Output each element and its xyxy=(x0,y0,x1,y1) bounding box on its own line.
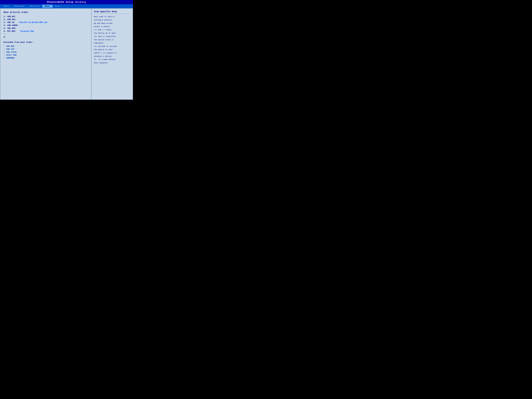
help-text: Keys used to view or configure devices: … xyxy=(94,15,130,64)
excluded-item-3: : USB LS120: xyxy=(4,51,88,54)
excluded-list: : USB HDD: : USB ZIP: : USB LS120: : Oth… xyxy=(4,45,88,59)
boot-item-2[interactable]: 2: USB FDC: xyxy=(4,18,88,21)
help-line-7: <f> and <r> specifies xyxy=(94,35,130,38)
boot-item-1[interactable]: 1: USB KEY: xyxy=(4,15,88,18)
boot-device-3: IDE CD: xyxy=(7,21,15,24)
help-line-11: the device to boot. xyxy=(94,48,130,51)
help-line-13: disables a device. xyxy=(94,55,130,58)
help-line-14: <1 - 4> Loads default xyxy=(94,58,130,61)
boot-item-8[interactable]: 8: xyxy=(4,36,88,38)
excluded-colon-3: : xyxy=(4,51,6,53)
help-line-6: the device up or down xyxy=(94,32,130,35)
boot-item-4[interactable]: 4: USB CDROM: xyxy=(4,24,88,27)
nav-exit[interactable]: Exit xyxy=(53,5,63,8)
boot-priority-title: Boot priority order: xyxy=(4,11,88,13)
boot-detail-3: PHILIPS CD-RW/DVD-ROM-(SM xyxy=(16,21,47,24)
help-line-2: configure devices: xyxy=(94,19,130,22)
excluded-device-1: USB HDD: xyxy=(6,45,15,47)
help-line-10: <x> exclude or include xyxy=(94,45,130,48)
boot-num-4: 4: xyxy=(4,24,7,26)
excluded-title: Excluded from boot order: xyxy=(4,41,88,44)
excluded-item-2: : USB ZIP: xyxy=(4,48,88,51)
excluded-item-1: : USB HDD: xyxy=(4,45,88,48)
excluded-device-2: USB ZIP: xyxy=(6,48,15,50)
boot-device-1: USB KEY: xyxy=(7,16,16,18)
excluded-device-3: USB LS120: xyxy=(6,51,17,53)
help-line-3: Up and Down arrows xyxy=(94,22,130,25)
help-line-8: the device fixed or xyxy=(94,38,130,41)
boot-num-1: 1: xyxy=(4,16,7,18)
nav-advanced[interactable]: Advanced xyxy=(12,5,27,8)
boot-num-7: 7: xyxy=(4,33,7,35)
excluded-item-4: : Other USB: xyxy=(4,54,88,57)
boot-num-6: 6: xyxy=(4,30,7,32)
main-content: Boot priority order: 1: USB KEY: 2: USB … xyxy=(0,8,133,100)
bios-container: PhoenixBIOS Setup Utility Main Advanced … xyxy=(0,0,133,100)
bios-title: PhoenixBIOS Setup Utility xyxy=(47,1,86,3)
excluded-colon-5: : xyxy=(4,57,6,59)
nav-boot[interactable]: Boot xyxy=(42,5,53,8)
help-line-4: select a device. xyxy=(94,25,130,28)
boot-device-5: IDE HDD: xyxy=(7,27,16,29)
nav-security[interactable]: Security xyxy=(27,5,42,8)
boot-num-2: 2: xyxy=(4,19,7,21)
boot-item-7: 7: xyxy=(4,33,88,36)
left-panel: Boot priority order: 1: USB KEY: 2: USB … xyxy=(0,8,91,100)
boot-num-5: 5: xyxy=(4,27,7,29)
help-line-9: removable. xyxy=(94,42,130,44)
boot-num-3: 3: xyxy=(4,21,7,24)
boot-list: 1: USB KEY: 2: USB FDC: 3: IDE CD: PHILI… xyxy=(4,15,88,38)
boot-item-5[interactable]: 5: IDE HDD: xyxy=(4,27,88,30)
boot-item-3[interactable]: 3: IDE CD: PHILIPS CD-RW/DVD-ROM-(SM xyxy=(4,21,88,24)
nav-main[interactable]: Main xyxy=(1,5,12,8)
help-title: Item Specific Help xyxy=(94,11,130,14)
help-line-15: boot sequence. xyxy=(94,62,130,64)
help-line-5: <+> and <-> moves xyxy=(94,29,130,32)
excluded-colon-4: : xyxy=(4,54,6,56)
excluded-device-4: Other USB: xyxy=(6,54,17,56)
boot-device-2: USB FDC: xyxy=(7,19,16,21)
nav-bar: Main Advanced Security Boot Exit xyxy=(0,4,133,8)
title-bar: PhoenixBIOS Setup Utility xyxy=(0,0,133,4)
excluded-device-5: UNKNOWN: xyxy=(6,57,15,59)
boot-device-4: USB CDROM: xyxy=(7,24,19,26)
boot-detail-6: Broadcom MBA xyxy=(17,30,34,32)
excluded-colon-2: : xyxy=(4,48,6,50)
help-line-12: <Shift + 1> enables or xyxy=(94,52,130,55)
boot-device-6: PCI BEV: xyxy=(7,30,16,32)
boot-item-6[interactable]: 6: PCI BEV: Broadcom MBA xyxy=(4,30,88,33)
boot-num-8: 8: xyxy=(4,36,7,38)
help-line-1: Keys used to view or xyxy=(94,15,130,18)
excluded-colon-1: : xyxy=(4,45,6,47)
right-panel: Item Specific Help Keys used to view or … xyxy=(91,8,133,100)
excluded-item-5: : UNKNOWN: xyxy=(4,57,88,59)
